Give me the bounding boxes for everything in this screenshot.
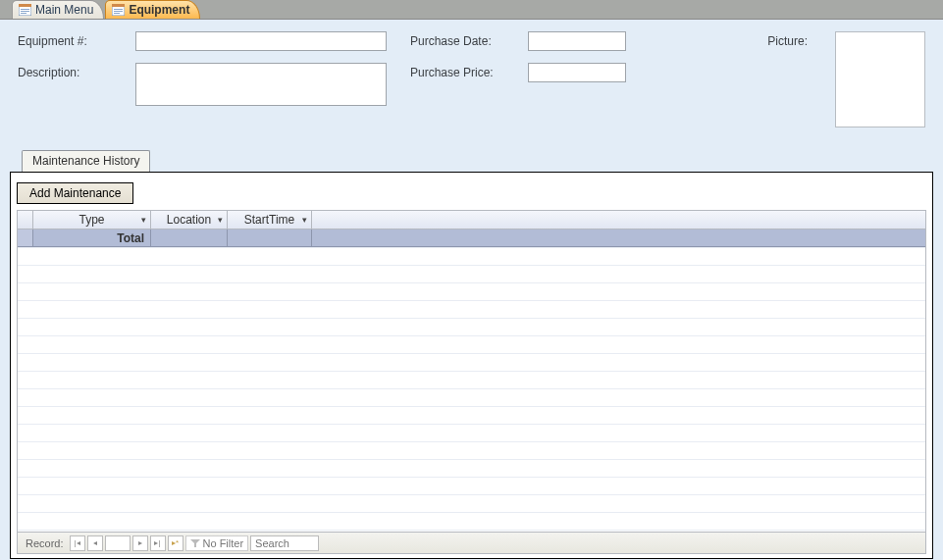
dropdown-icon[interactable]: ▾ xyxy=(141,215,146,225)
no-filter-label: No Filter xyxy=(203,537,244,549)
window-tabstrip: Main Menu Equipment xyxy=(0,0,943,20)
purchase-price-input[interactable] xyxy=(528,63,626,82)
add-maintenance-button[interactable]: Add Maintenance xyxy=(17,182,133,204)
tab-main-menu-label: Main Menu xyxy=(35,3,93,17)
column-header-location[interactable]: Location ▾ xyxy=(151,211,228,229)
tab-maintenance-history[interactable]: Maintenance History xyxy=(22,150,150,172)
total-location-cell xyxy=(151,229,228,246)
nav-new-button[interactable]: ▸* xyxy=(168,535,183,551)
column-header-type[interactable]: Type ▾ xyxy=(33,211,151,229)
search-input[interactable] xyxy=(250,535,319,551)
svg-rect-9 xyxy=(114,13,120,14)
column-header-blank xyxy=(312,211,925,229)
maintenance-datasheet: Type ▾ Location ▾ StartTime ▾ Total xyxy=(17,210,926,554)
total-label-cell: Total xyxy=(33,229,151,246)
form-icon xyxy=(19,4,31,16)
equipment-number-input[interactable] xyxy=(135,31,387,51)
record-label: Record: xyxy=(22,537,68,549)
svg-rect-3 xyxy=(21,11,29,12)
filter-indicator[interactable]: No Filter xyxy=(185,535,249,551)
total-row: Total xyxy=(18,229,925,247)
column-header-starttime[interactable]: StartTime ▾ xyxy=(228,211,312,229)
dropdown-icon[interactable]: ▾ xyxy=(218,215,223,225)
column-header-starttime-label: StartTime xyxy=(244,213,295,227)
record-number-box[interactable] xyxy=(105,535,131,551)
total-starttime-cell xyxy=(228,229,312,246)
datasheet-header: Type ▾ Location ▾ StartTime ▾ xyxy=(18,211,925,229)
nav-last-button[interactable]: ▸| xyxy=(150,535,166,551)
purchase-date-label: Purchase Date: xyxy=(410,31,528,48)
svg-rect-6 xyxy=(112,4,125,7)
tab-main-menu[interactable]: Main Menu xyxy=(12,0,104,19)
nav-prev-button[interactable]: ◂ xyxy=(87,535,103,551)
description-label: Description: xyxy=(18,63,135,79)
nav-next-button[interactable]: ▸ xyxy=(132,535,148,551)
svg-rect-2 xyxy=(21,9,29,10)
column-header-location-label: Location xyxy=(167,213,211,227)
subform-container: Maintenance History Add Maintenance Type… xyxy=(0,150,943,560)
row-selector[interactable] xyxy=(18,229,33,246)
svg-rect-4 xyxy=(21,13,26,14)
svg-rect-1 xyxy=(19,4,31,7)
svg-rect-7 xyxy=(114,9,123,10)
tab-equipment[interactable]: Equipment xyxy=(105,0,200,19)
form-icon xyxy=(112,4,125,16)
tab-equipment-label: Equipment xyxy=(129,3,189,17)
svg-rect-8 xyxy=(114,11,123,12)
funnel-icon xyxy=(190,538,200,548)
datasheet-body[interactable] xyxy=(18,247,925,532)
nav-first-button[interactable]: |◂ xyxy=(70,535,85,551)
picture-box[interactable] xyxy=(835,31,925,127)
purchase-price-label: Purchase Price: xyxy=(410,63,528,79)
dropdown-icon[interactable]: ▾ xyxy=(302,215,307,225)
record-navigator: Record: |◂ ◂ ▸ ▸| ▸* No Filter xyxy=(18,532,925,553)
form-header: Equipment #: Purchase Date: Picture: Des… xyxy=(0,20,943,150)
description-input[interactable] xyxy=(135,63,387,106)
equipment-number-label: Equipment #: xyxy=(18,31,135,48)
select-all-corner[interactable] xyxy=(18,211,33,229)
column-header-type-label: Type xyxy=(79,213,104,227)
picture-label: Picture: xyxy=(767,31,808,48)
purchase-date-input[interactable] xyxy=(528,31,626,51)
